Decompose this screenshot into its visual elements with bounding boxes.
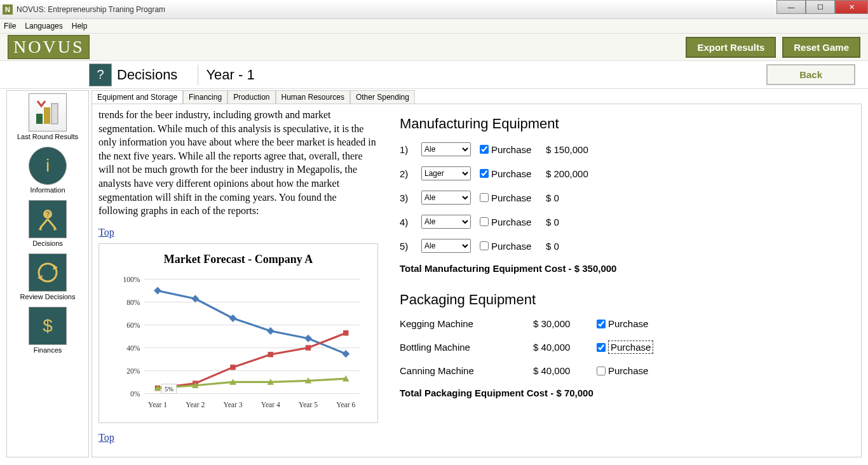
narrative-text: trends for the beer industry, including … (98, 108, 378, 218)
close-button[interactable]: ✕ (835, 0, 868, 14)
packaging-row: Bottling Machine $ 40,000 Purchase (400, 340, 846, 354)
year-label: Year - 1 (206, 67, 254, 83)
sidebar: Last Round Results i Information ? Decis… (6, 90, 89, 457)
packaging-purchase-checkbox[interactable] (597, 343, 606, 352)
svg-rect-29 (191, 295, 199, 302)
equipment-type-select[interactable]: Ale (421, 239, 471, 253)
svg-text:60%: 60% (126, 321, 140, 329)
export-results-button[interactable]: Export Results (686, 37, 776, 58)
packaging-cost: $ 30,000 (533, 318, 597, 329)
market-forecast-chart: Market Forecast - Company A (98, 243, 378, 423)
purchase-checkbox[interactable] (480, 217, 489, 226)
packaging-purchase-checkbox[interactable] (597, 320, 606, 328)
svg-text:100%: 100% (123, 276, 140, 284)
equipment-cost: $ 0 (546, 192, 609, 203)
equipment-type-select[interactable]: Lager (421, 166, 471, 180)
purchase-checkbox[interactable] (480, 193, 489, 202)
maximize-button[interactable]: ☐ (806, 0, 835, 14)
menu-languages[interactable]: Languages (25, 22, 62, 30)
equipment-cost: $ 150,000 (546, 144, 609, 155)
packaging-row: Canning Machine $ 40,000 Purchase (400, 365, 846, 376)
svg-rect-33 (342, 350, 349, 358)
menu-file[interactable]: File (4, 22, 16, 30)
equipment-cost: $ 0 (546, 241, 609, 252)
back-button[interactable]: Back (766, 64, 855, 85)
packaging-name: Canning Machine (400, 365, 533, 376)
top-link[interactable]: Top (98, 227, 114, 238)
manufacturing-total: Total Manufacturing Equipment Cost - $ 3… (400, 263, 846, 274)
svg-rect-0 (36, 114, 43, 124)
divider (198, 65, 198, 85)
svg-text:Year 6: Year 6 (336, 400, 355, 408)
purchase-label: Purchase (491, 192, 531, 203)
svg-rect-28 (154, 286, 161, 294)
tab-financing[interactable]: Financing (183, 90, 227, 104)
sidebar-item-decisions[interactable]: ? Decisions (29, 200, 67, 247)
equipment-type-select[interactable]: Ale (421, 142, 471, 156)
svg-rect-30 (229, 314, 237, 322)
equipment-panel[interactable]: Manufacturing Equipment 1) Ale Purchase … (384, 104, 861, 457)
sidebar-item-finances[interactable]: $ Finances (29, 307, 67, 354)
purchase-checkbox[interactable] (480, 241, 489, 250)
equipment-type-select[interactable]: Ale (421, 191, 471, 205)
narrative-panel[interactable]: trends for the beer industry, including … (92, 104, 384, 457)
bar-chart-icon (29, 93, 67, 131)
tab-production[interactable]: Production (227, 90, 275, 104)
sidebar-item-label: Review Decisions (20, 293, 76, 300)
svg-text:Year 1: Year 1 (148, 400, 167, 408)
title-bar: N NOVUS: Entrepreneurship Traning Progra… (0, 0, 868, 19)
manufacturing-row: 1) Ale Purchase $ 150,000 (400, 142, 846, 156)
menu-help[interactable]: Help (72, 22, 88, 30)
purchase-checkbox-label[interactable]: Purchase (480, 241, 537, 252)
sidebar-item-last-round-results[interactable]: Last Round Results (17, 93, 78, 140)
packaging-purchase-checkbox[interactable] (597, 367, 606, 375)
packaging-purchase-label[interactable]: Purchase (597, 318, 648, 329)
sidebar-item-review-decisions[interactable]: Review Decisions (20, 253, 76, 300)
manufacturing-row: 2) Lager Purchase $ 200,000 (400, 166, 846, 180)
svg-text:Year 2: Year 2 (186, 400, 205, 408)
tab-equipment-storage[interactable]: Equipment and Storage (92, 90, 183, 104)
minimize-button[interactable]: — (776, 0, 806, 14)
top-link-2[interactable]: Top (98, 432, 114, 443)
purchase-checkbox[interactable] (480, 169, 489, 178)
svg-text:Year 3: Year 3 (223, 400, 242, 408)
purchase-checkbox[interactable] (480, 145, 489, 154)
packaging-purchase-label[interactable]: Purchase (597, 340, 653, 354)
packaging-name: Bottling Machine (400, 342, 533, 353)
svg-rect-1 (44, 107, 50, 124)
reset-game-button[interactable]: Reset Game (782, 37, 860, 58)
sidebar-item-label: Decisions (32, 239, 63, 247)
purchase-checkbox-label[interactable]: Purchase (480, 144, 537, 155)
row-number: 1) (400, 144, 412, 155)
manufacturing-row: 3) Ale Purchase $ 0 (400, 191, 846, 205)
packaging-purchase-label[interactable]: Purchase (597, 365, 648, 376)
logo: NOVUS (8, 35, 90, 59)
equipment-type-select[interactable]: Ale (421, 215, 471, 229)
window-controls: — ☐ ✕ (776, 0, 868, 14)
tab-other-spending[interactable]: Other Spending (350, 90, 415, 104)
svg-text:Year 4: Year 4 (261, 400, 280, 408)
purchase-checkbox-label[interactable]: Purchase (480, 192, 537, 203)
row-number: 3) (400, 192, 412, 203)
packaging-heading: Packaging Equipment (400, 292, 846, 308)
svg-text:20%: 20% (126, 367, 140, 375)
purchase-checkbox-label[interactable]: Purchase (480, 168, 537, 179)
app-icon: N (3, 4, 13, 15)
tab-human-resources[interactable]: Human Resources (276, 90, 350, 104)
main-area: Last Round Results i Information ? Decis… (0, 89, 868, 460)
tab-body: trends for the beer industry, including … (92, 104, 862, 457)
purchase-label: Purchase (491, 241, 531, 252)
cycle-icon (29, 253, 67, 292)
header-bar: NOVUS Export Results Reset Game (0, 33, 868, 61)
row-number: 5) (400, 241, 412, 252)
purchase-label: Purchase (608, 318, 648, 329)
svg-text:Year 5: Year 5 (299, 400, 318, 408)
svg-rect-39 (343, 330, 348, 335)
sidebar-item-information[interactable]: i Information (29, 147, 67, 194)
window-title: NOVUS: Entrepreneurship Traning Program (17, 5, 165, 14)
packaging-cost: $ 40,000 (533, 365, 597, 376)
svg-rect-37 (268, 352, 273, 357)
purchase-label: Purchase (491, 168, 531, 179)
purchase-checkbox-label[interactable]: Purchase (480, 217, 537, 227)
page-title: Decisions (117, 67, 177, 83)
